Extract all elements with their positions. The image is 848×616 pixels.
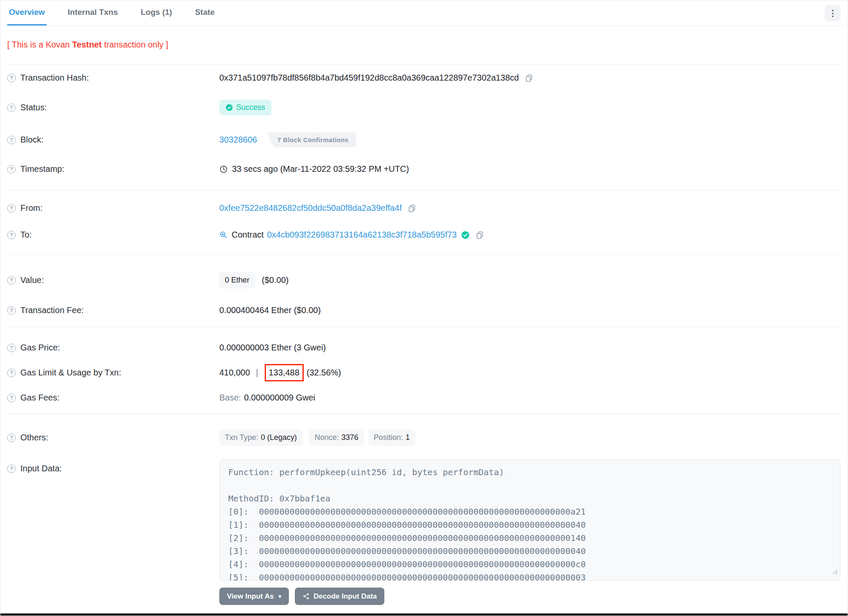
input-data-line: MethodID: 0x7bbaf1ea — [228, 492, 831, 505]
help-icon[interactable]: ? — [7, 465, 16, 473]
from-label: ? From: — [7, 203, 219, 213]
row-gas-fees: ? Gas Fees: Base: 0.000000009 Gwei — [7, 385, 841, 410]
resize-handle[interactable] — [833, 565, 838, 578]
overview-section-2: ? From: 0xfee7522e8482682cf50ddc50a0f8da… — [7, 190, 841, 255]
status-label: ? Status: — [7, 103, 219, 112]
testnet-notice-section: [ This is a Kovan Testnet transaction on… — [7, 26, 841, 64]
copy-icon[interactable] — [476, 231, 484, 239]
input-data-line: [5]: 00000000000000000000000000000000000… — [228, 571, 831, 581]
row-gas-price: ? Gas Price: 0.000000003 Ether (3 Gwei) — [7, 335, 841, 360]
row-transaction-fee: ? Transaction Fee: 0.000400464 Ether ($0… — [7, 297, 841, 324]
overview-section-1: ? Transaction Hash: 0x371a51097fb78df856… — [7, 64, 841, 190]
transaction-fee-label: ? Transaction Fee: — [7, 305, 219, 315]
input-data-line: [0]: 00000000000000000000000000000000000… — [228, 505, 831, 518]
testnet-notice: [ This is a Kovan Testnet transaction on… — [7, 40, 841, 50]
to-address-link[interactable]: 0x4cb093f226983713164a62138c3f718a5b595f… — [267, 230, 457, 240]
others-label: ? Others: — [7, 433, 219, 442]
gas-used-percent: (32.56%) — [307, 368, 341, 378]
input-data-textarea[interactable]: Function: performUpkeep(uint256 id, byte… — [219, 459, 840, 581]
input-data-line: Function: performUpkeep(uint256 id, byte… — [228, 466, 831, 479]
tab-internal-txns[interactable]: Internal Txns — [66, 0, 120, 25]
tab-bar: Overview Internal Txns Logs (1) State ⋮ — [0, 0, 848, 26]
input-data-line: [1]: 00000000000000000000000000000000000… — [228, 518, 831, 532]
overview-section-3: ? Value: 0 Ether ($0.00) ? Transaction F… — [7, 255, 841, 327]
verified-check-icon — [461, 231, 470, 239]
block-number-link[interactable]: 30328606 — [219, 135, 257, 145]
status-badge: Success — [219, 100, 271, 115]
gas-price-value: 0.000000003 Ether (3 Gwei) — [219, 343, 326, 353]
help-icon[interactable]: ? — [7, 306, 16, 315]
input-data-label: ? Input Data: — [7, 459, 219, 473]
gas-fees-label: ? Gas Fees: — [7, 393, 219, 403]
copy-icon[interactable] — [408, 204, 416, 213]
row-timestamp: ? Timestamp: 33 secs ago (Mar-11-2022 03… — [7, 156, 841, 182]
row-others: ? Others: Txn Type:0 (Legacy) Nonce:3376… — [7, 414, 841, 454]
row-to: ? To: Contract 0x4cb093f226983713164a621… — [7, 221, 841, 248]
tab-overview[interactable]: Overview — [7, 0, 47, 25]
to-label: ? To: — [7, 230, 219, 240]
gas-separator: | — [256, 368, 258, 378]
usd-value: ($0.00) — [262, 275, 288, 285]
help-icon[interactable]: ? — [7, 369, 16, 377]
block-label: ? Block: — [7, 135, 219, 145]
position-badge: Position:1 — [368, 429, 415, 446]
help-icon[interactable]: ? — [7, 204, 16, 213]
input-data-line: [2]: 00000000000000000000000000000000000… — [228, 532, 831, 545]
value-label: ? Value: — [7, 275, 219, 285]
overview-section-5: ? Others: Txn Type:0 (Legacy) Nonce:3376… — [7, 414, 841, 613]
help-icon[interactable]: ? — [7, 104, 16, 112]
help-icon[interactable]: ? — [7, 276, 16, 285]
row-status: ? Status: Success — [7, 91, 841, 124]
base-fee-label: Base: — [219, 393, 241, 403]
help-icon[interactable]: ? — [7, 74, 16, 82]
row-value: ? Value: 0 Ether ($0.00) — [7, 263, 841, 297]
input-data-line — [228, 479, 831, 492]
gas-limit-usage-label: ? Gas Limit & Usage by Txn: — [7, 368, 219, 378]
view-input-as-button[interactable]: View Input As ▾ — [219, 588, 289, 605]
help-icon[interactable]: ? — [7, 344, 16, 352]
gas-used-value: 133,488 — [269, 368, 299, 377]
bottom-divider — [0, 613, 848, 616]
row-from: ? From: 0xfee7522e8482682cf50ddc50a0f8da… — [7, 195, 841, 221]
tabbar-spacer — [236, 0, 825, 25]
decode-input-data-button[interactable]: Decode Input Data — [295, 588, 384, 605]
help-icon[interactable]: ? — [7, 165, 16, 174]
transaction-hash-value: 0x371a51097fb78df856f8b4a7bd459f192d8cc8… — [219, 73, 519, 83]
to-contract-prefix: Contract — [232, 230, 264, 240]
copy-icon[interactable] — [525, 74, 533, 82]
clock-icon — [219, 165, 228, 174]
check-circle-icon — [226, 104, 233, 111]
row-input-data: ? Input Data: Function: performUpkeep(ui… — [7, 454, 841, 605]
gas-limit-value: 410,000 — [219, 368, 250, 378]
chevron-down-icon: ▾ — [279, 593, 282, 599]
kebab-menu-button[interactable]: ⋮ — [825, 5, 841, 21]
timestamp-value: 33 secs ago (Mar-11-2022 03:59:32 PM +UT… — [232, 164, 409, 174]
base-fee-value: 0.000000009 Gwei — [244, 393, 315, 403]
help-icon[interactable]: ? — [7, 434, 16, 442]
help-icon[interactable]: ? — [7, 136, 16, 144]
overview-section-4: ? Gas Price: 0.000000003 Ether (3 Gwei) … — [7, 327, 841, 414]
from-address-link[interactable]: 0xfee7522e8482682cf50ddc50a0f8da2a39effa… — [219, 203, 402, 213]
decode-icon — [302, 593, 310, 600]
timestamp-label: ? Timestamp: — [7, 164, 219, 174]
zoom-in-icon[interactable] — [219, 231, 227, 239]
row-transaction-hash: ? Transaction Hash: 0x371a51097fb78df856… — [7, 64, 841, 91]
input-data-line: [4]: 00000000000000000000000000000000000… — [228, 558, 831, 571]
block-confirmations-badge: 7 Block Confirmations — [266, 132, 356, 147]
tab-logs[interactable]: Logs (1) — [139, 0, 174, 25]
txn-type-badge: Txn Type:0 (Legacy) — [219, 429, 302, 446]
row-block: ? Block: 30328606 7 Block Confirmations — [7, 124, 841, 156]
tab-state[interactable]: State — [193, 0, 216, 25]
gas-price-label: ? Gas Price: — [7, 343, 219, 353]
highlight-annotation: 133,488 — [265, 364, 304, 381]
help-icon[interactable]: ? — [7, 231, 16, 239]
transaction-page: Overview Internal Txns Logs (1) State ⋮ … — [0, 0, 848, 616]
transaction-fee-value: 0.000400464 Ether ($0.00) — [219, 305, 321, 315]
nonce-badge: Nonce:3376 — [309, 429, 364, 446]
help-icon[interactable]: ? — [7, 394, 16, 402]
input-data-line: [3]: 00000000000000000000000000000000000… — [228, 545, 831, 558]
row-gas-limit-usage: ? Gas Limit & Usage by Txn: 410,000 | 13… — [7, 360, 841, 385]
transaction-hash-label: ? Transaction Hash: — [7, 73, 219, 83]
ether-value-badge: 0 Ether — [219, 272, 255, 288]
kebab-icon: ⋮ — [828, 8, 837, 18]
